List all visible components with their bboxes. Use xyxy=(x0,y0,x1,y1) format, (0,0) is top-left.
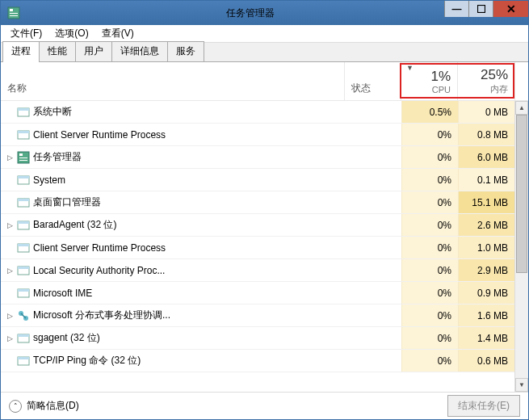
expand-icon[interactable]: ▷ xyxy=(6,312,14,320)
tab-users[interactable]: 用户 xyxy=(75,41,112,61)
cell-memory: 6.0 MB xyxy=(458,146,514,168)
sort-indicator-icon: ▼ xyxy=(406,64,414,72)
tab-performance[interactable]: 性能 xyxy=(39,41,76,61)
process-table-body: ▷系统中断0.5%0 MB▷Client Server Runtime Proc… xyxy=(1,101,528,392)
cell-memory: 0.9 MB xyxy=(458,282,514,304)
cell-name: ▷sgagent (32 位) xyxy=(1,331,345,345)
cell-cpu: 0% xyxy=(401,146,458,168)
fewer-details-toggle[interactable]: ˄ 简略信息(D) xyxy=(9,399,79,413)
process-icon xyxy=(17,151,30,164)
menu-view[interactable]: 查看(V) xyxy=(95,25,141,42)
mem-label: 内存 xyxy=(490,83,508,95)
cell-name: ▷TCP/IP Ping 命令 (32 位) xyxy=(1,354,345,368)
cell-name: ▷任务管理器 xyxy=(1,150,345,164)
tab-services[interactable]: 服务 xyxy=(167,41,204,61)
table-row[interactable]: ▷Microsoft 分布式事务处理协调...0%1.6 MB xyxy=(1,304,514,327)
minimize-button[interactable]: — xyxy=(444,1,468,17)
scroll-spacer xyxy=(514,62,528,100)
cell-memory: 0.1 MB xyxy=(458,169,514,191)
process-icon xyxy=(17,332,30,345)
cell-memory: 2.6 MB xyxy=(458,214,514,236)
svg-rect-4 xyxy=(477,6,485,13)
cell-cpu: 0% xyxy=(401,124,458,145)
cell-cpu: 0.5% xyxy=(401,101,458,123)
svg-rect-1 xyxy=(10,9,13,11)
vertical-scrollbar[interactable]: ▲ ▼ xyxy=(514,101,528,392)
table-row[interactable]: ▷Client Server Runtime Process0%1.0 MB xyxy=(1,237,514,259)
scroll-up-button[interactable]: ▲ xyxy=(515,101,528,115)
mem-total-pct: 25% xyxy=(481,67,508,83)
tab-details[interactable]: 详细信息 xyxy=(111,41,168,61)
svg-line-27 xyxy=(21,313,26,318)
table-row[interactable]: ▷System0%0.1 MB xyxy=(1,169,514,191)
table-row[interactable]: ▷任务管理器0%6.0 MB xyxy=(1,146,514,169)
svg-rect-22 xyxy=(18,267,29,269)
expand-icon[interactable]: ▷ xyxy=(6,267,14,275)
process-icon xyxy=(17,242,30,254)
table-row[interactable]: ▷桌面窗口管理器0%15.1 MB xyxy=(1,191,514,214)
header-name[interactable]: 名称 xyxy=(1,62,345,100)
close-button[interactable]: ✕ xyxy=(493,1,528,17)
cell-name: ▷System xyxy=(1,174,345,187)
end-task-button[interactable]: 结束任务(E) xyxy=(447,395,520,417)
header-cpu[interactable]: ▼ 1% CPU xyxy=(401,62,458,100)
svg-rect-16 xyxy=(18,199,29,201)
process-name: Client Server Runtime Process xyxy=(33,242,166,254)
cell-memory: 15.1 MB xyxy=(458,191,514,213)
menu-file[interactable]: 文件(F) xyxy=(4,25,48,42)
expand-icon[interactable]: ▷ xyxy=(6,153,14,162)
expand-icon[interactable]: ▷ xyxy=(6,334,14,342)
cell-memory: 0 MB xyxy=(458,101,514,123)
chevron-up-icon: ˄ xyxy=(9,400,22,413)
menu-options[interactable]: 选项(O) xyxy=(48,25,94,42)
cell-memory: 1.6 MB xyxy=(458,304,514,326)
process-name: TCP/IP Ping 命令 (32 位) xyxy=(33,354,141,368)
header-status[interactable]: 状态 xyxy=(345,62,401,100)
svg-rect-29 xyxy=(18,334,29,337)
maximize-button[interactable] xyxy=(468,1,493,17)
process-name: 系统中断 xyxy=(33,105,72,119)
cell-cpu: 0% xyxy=(401,169,458,191)
svg-rect-6 xyxy=(18,108,29,111)
table-row[interactable]: ▷TCP/IP Ping 命令 (32 位)0%0.6 MB xyxy=(1,350,514,372)
process-name: BaradAgent (32 位) xyxy=(33,218,116,232)
tabbar: 进程 性能 用户 详细信息 服务 xyxy=(1,43,528,62)
table-row[interactable]: ▷Client Server Runtime Process0%0.8 MB xyxy=(1,124,514,146)
process-icon xyxy=(17,196,30,209)
cell-name: ▷Microsoft IME xyxy=(1,287,345,300)
process-name: Microsoft IME xyxy=(33,288,92,299)
table-row[interactable]: ▷系统中断0.5%0 MB xyxy=(1,101,514,124)
cell-memory: 1.4 MB xyxy=(458,327,514,349)
footer-bar: ˄ 简略信息(D) 结束任务(E) xyxy=(1,392,528,419)
table-row[interactable]: ▷sgagent (32 位)0%1.4 MB xyxy=(1,327,514,350)
svg-rect-24 xyxy=(18,289,29,292)
svg-rect-31 xyxy=(18,357,29,359)
process-name: 任务管理器 xyxy=(33,150,82,164)
menubar: 文件(F) 选项(O) 查看(V) xyxy=(1,25,528,43)
table-row[interactable]: ▷Microsoft IME0%0.9 MB xyxy=(1,282,514,304)
titlebar[interactable]: 任务管理器 — ✕ xyxy=(1,1,528,25)
scroll-down-button[interactable]: ▼ xyxy=(515,378,528,392)
svg-rect-3 xyxy=(10,15,18,16)
scroll-thumb[interactable] xyxy=(516,115,527,273)
table-row[interactable]: ▷Local Security Authority Proc...0%2.9 M… xyxy=(1,259,514,282)
scroll-track[interactable] xyxy=(515,115,528,378)
app-icon xyxy=(7,6,20,19)
column-headers: 名称 状态 ▼ 1% CPU 25% 内存 xyxy=(1,62,528,101)
cell-memory: 1.0 MB xyxy=(458,237,514,258)
cell-name: ▷Microsoft 分布式事务处理协调... xyxy=(1,309,345,322)
cell-cpu: 0% xyxy=(401,304,458,326)
process-name: 桌面窗口管理器 xyxy=(33,195,101,209)
process-icon xyxy=(17,355,30,368)
svg-rect-11 xyxy=(19,158,27,158)
process-name: Microsoft 分布式事务处理协调... xyxy=(33,309,170,322)
tab-processes[interactable]: 进程 xyxy=(2,41,40,62)
cell-cpu: 0% xyxy=(401,327,458,349)
table-row[interactable]: ▷BaradAgent (32 位)0%2.6 MB xyxy=(1,214,514,237)
fewer-details-label: 简略信息(D) xyxy=(27,399,79,413)
header-memory[interactable]: 25% 内存 xyxy=(458,62,514,100)
cell-cpu: 0% xyxy=(401,350,458,372)
expand-icon[interactable]: ▷ xyxy=(6,221,14,229)
process-name: Client Server Runtime Process xyxy=(33,129,166,141)
cell-memory: 0.6 MB xyxy=(458,350,514,372)
